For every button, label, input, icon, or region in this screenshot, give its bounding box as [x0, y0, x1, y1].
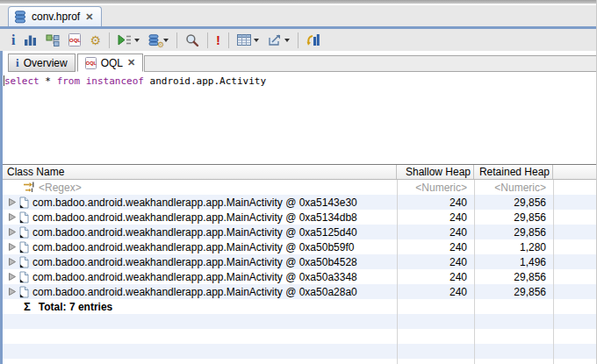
- object-label: com.badoo.android.weakhandlerapp.app.Mai…: [32, 226, 357, 239]
- chevron-down-icon[interactable]: [134, 39, 140, 42]
- table-header: Class Name Shallow Heap Retained Heap: [3, 165, 596, 180]
- overview-info-button[interactable]: i: [7, 31, 19, 50]
- heap-dump-icon: [14, 11, 26, 24]
- gear-button[interactable]: ⚙: [85, 31, 105, 50]
- error-button[interactable]: !: [212, 31, 225, 50]
- info-icon: i: [11, 33, 15, 47]
- toolbar-separator: [228, 32, 229, 48]
- object-label: com.badoo.android.weakhandlerapp.app.Mai…: [32, 196, 357, 209]
- shallow-heap-value: 240: [397, 211, 474, 224]
- shallow-heap-value: 240: [397, 241, 474, 253]
- table-row[interactable]: com.badoo.android.weakhandlerapp.app.Mai…: [3, 284, 596, 299]
- query-keyword: select: [4, 75, 40, 87]
- expander-icon[interactable]: [9, 288, 16, 296]
- chevron-down-icon[interactable]: [254, 39, 259, 42]
- object-icon: [19, 271, 29, 283]
- calculator-icon: [237, 34, 251, 46]
- retained-heap-value: 1,280: [474, 241, 553, 253]
- shallow-heap-value: 240: [397, 226, 474, 239]
- query-text: *: [40, 75, 57, 87]
- filter-regex-input[interactable]: <Regex>: [39, 182, 82, 194]
- tab-title: conv.hprof: [32, 11, 80, 23]
- table-row[interactable]: com.badoo.android.weakhandlerapp.app.Mai…: [3, 195, 596, 210]
- total-row: ΣTotal: 7 entries: [3, 299, 596, 314]
- toolbar-separator: [207, 32, 208, 48]
- column-header-retained-heap[interactable]: Retained Heap: [474, 165, 553, 179]
- object-icon: [19, 226, 29, 239]
- object-icon: [19, 196, 29, 209]
- dominator-tree-button[interactable]: [41, 31, 64, 50]
- object-label: com.badoo.android.weakhandlerapp.app.Mai…: [32, 256, 357, 268]
- toolbar-separator: [298, 32, 298, 48]
- run-report-button[interactable]: [113, 31, 144, 50]
- close-icon[interactable]: ✕: [85, 11, 93, 23]
- tab-overview[interactable]: i Overview: [8, 54, 76, 72]
- oql-query-editor[interactable]: select * from instanceof android.app.Act…: [3, 72, 596, 164]
- svg-text:OQL: OQL: [85, 61, 96, 66]
- editor-focus-border: [0, 51, 3, 364]
- expander-icon[interactable]: [9, 273, 16, 281]
- expander-icon[interactable]: [9, 243, 16, 251]
- filter-retained-input[interactable]: <Numeric>: [474, 182, 553, 194]
- error-icon: !: [216, 33, 220, 46]
- heap-editor: i Overview OQL OQL ✕ select * from insta…: [0, 51, 596, 364]
- memory-analyzer-window: conv.hprof ✕ i OQL ⚙ ⚙: [0, 0, 597, 364]
- object-label: com.badoo.android.weakhandlerapp.app.Mai…: [32, 241, 354, 253]
- chevron-down-icon[interactable]: [284, 39, 290, 42]
- tab-oql[interactable]: OQL OQL ✕: [77, 54, 144, 72]
- retained-heap-value: 29,856: [474, 211, 553, 224]
- shallow-heap-value: 240: [397, 256, 474, 268]
- tab-heap-dump[interactable]: conv.hprof ✕: [8, 6, 102, 26]
- object-icon: [19, 286, 29, 298]
- dominator-tree-icon: [46, 33, 60, 47]
- heap-queries-button[interactable]: ⚙: [144, 31, 173, 50]
- empty-rows-area: [3, 314, 596, 364]
- oql-icon: OQL: [85, 57, 97, 69]
- retained-heap-value: 29,856: [474, 271, 553, 283]
- tab-overview-label: Overview: [24, 57, 68, 69]
- column-header-shallow-heap[interactable]: Shallow Heap: [397, 165, 474, 179]
- object-icon: [19, 256, 29, 268]
- export-icon: [268, 33, 282, 46]
- expander-icon[interactable]: [9, 213, 16, 221]
- refresh-retained-sizes-button[interactable]: [302, 31, 324, 50]
- table-row[interactable]: com.badoo.android.weakhandlerapp.app.Mai…: [3, 254, 596, 269]
- shallow-heap-value: 240: [397, 286, 474, 298]
- shallow-heap-value: 240: [397, 271, 474, 283]
- table-row[interactable]: com.badoo.android.weakhandlerapp.app.Mai…: [3, 269, 596, 284]
- close-icon[interactable]: ✕: [127, 57, 135, 68]
- toolbar-separator: [176, 32, 177, 48]
- object-icon: [19, 241, 29, 253]
- gear-icon: ⚙: [90, 34, 101, 46]
- table-row[interactable]: com.badoo.android.weakhandlerapp.app.Mai…: [3, 239, 596, 254]
- info-icon: i: [16, 57, 19, 68]
- result-table: Class Name Shallow Heap Retained Heap <R…: [3, 164, 596, 364]
- retained-heap-value: 1,496: [474, 256, 553, 268]
- object-label: com.badoo.android.weakhandlerapp.app.Mai…: [32, 211, 357, 224]
- filter-shallow-input[interactable]: <Numeric>: [397, 182, 474, 194]
- expander-icon[interactable]: [9, 198, 16, 206]
- calculator-button[interactable]: [233, 31, 263, 50]
- query-keyword: from: [57, 75, 81, 87]
- toolbar-separator: [109, 32, 110, 48]
- query-keyword: instanceof: [86, 75, 144, 87]
- query-text: [80, 75, 86, 87]
- search-button[interactable]: [181, 31, 204, 50]
- oql-button[interactable]: OQL: [64, 31, 85, 50]
- table-body: <Regex> <Numeric> <Numeric> com.badoo.an…: [3, 180, 596, 364]
- export-button[interactable]: [263, 31, 294, 50]
- oql-icon: OQL: [68, 33, 81, 46]
- expander-icon[interactable]: [9, 258, 16, 266]
- histogram-button[interactable]: [19, 31, 41, 50]
- retained-heap-value: 29,856: [474, 196, 553, 209]
- window-top-edge: [0, 0, 596, 4]
- table-row[interactable]: com.badoo.android.weakhandlerapp.app.Mai…: [3, 225, 596, 239]
- object-icon: [19, 211, 29, 224]
- object-label: com.badoo.android.weakhandlerapp.app.Mai…: [32, 271, 357, 283]
- toolbar: i OQL ⚙ ⚙ !: [0, 29, 596, 51]
- column-header-class-name[interactable]: Class Name: [3, 165, 397, 179]
- retained-heap-value: 29,856: [474, 226, 553, 239]
- table-row[interactable]: com.badoo.android.weakhandlerapp.app.Mai…: [3, 210, 596, 225]
- column-header-empty: [553, 165, 596, 179]
- expander-icon[interactable]: [9, 228, 16, 236]
